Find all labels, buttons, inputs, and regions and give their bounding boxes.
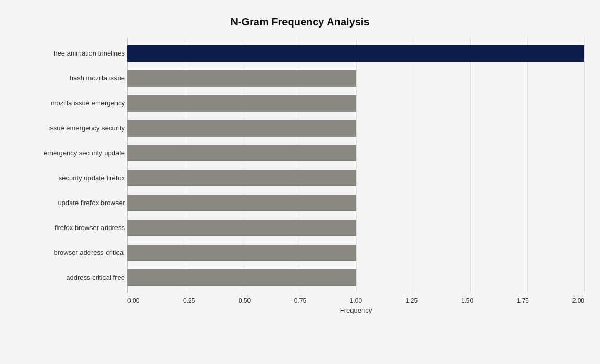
bar-row xyxy=(127,215,584,240)
bar-7 xyxy=(127,220,356,236)
x-tick: 1.75 xyxy=(517,297,529,304)
bar-row xyxy=(127,41,584,66)
grid-line xyxy=(584,38,585,293)
x-tick: 0.50 xyxy=(239,297,251,304)
plot-area xyxy=(127,38,584,293)
y-label: security update firefox xyxy=(59,174,125,182)
bar-4 xyxy=(127,145,356,161)
bar-3 xyxy=(127,120,356,137)
bar-8 xyxy=(127,245,356,261)
x-tick: 1.00 xyxy=(350,297,362,304)
x-tick: 2.00 xyxy=(572,297,584,304)
x-tick: 0.25 xyxy=(183,297,195,304)
bar-row xyxy=(127,166,584,191)
bars-section: free animation timelineshash mozilla iss… xyxy=(16,38,584,293)
bar-0 xyxy=(127,45,584,62)
chart-title: N-Gram Frequency Analysis xyxy=(16,16,584,28)
y-label: mozilla issue emergency xyxy=(51,99,125,107)
y-label: emergency security update xyxy=(44,149,125,157)
y-label: free animation timelines xyxy=(54,49,125,58)
bar-row xyxy=(127,265,584,290)
y-label: firefox browser address xyxy=(55,224,125,232)
bar-row xyxy=(127,240,584,265)
bar-row xyxy=(127,91,584,116)
x-tick: 0.00 xyxy=(127,297,139,304)
x-tick: 0.75 xyxy=(294,297,306,304)
chart-container: N-Gram Frequency Analysis free animation… xyxy=(5,6,595,359)
x-tick: 1.25 xyxy=(406,297,418,304)
y-label: address critical free xyxy=(66,274,125,282)
bar-5 xyxy=(127,170,356,186)
bar-row xyxy=(127,116,584,141)
bar-6 xyxy=(127,195,356,211)
bar-2 xyxy=(127,95,356,112)
chart-area: free animation timelineshash mozilla iss… xyxy=(16,38,584,314)
y-label: update firefox browser xyxy=(58,199,125,207)
y-label: issue emergency security xyxy=(48,124,125,132)
bar-row xyxy=(127,141,584,166)
x-ticks: 0.000.250.500.751.001.251.501.752.00 xyxy=(127,297,584,304)
y-labels: free animation timelineshash mozilla iss… xyxy=(16,38,127,293)
x-tick: 1.50 xyxy=(461,297,473,304)
bar-row xyxy=(127,191,584,215)
y-label: browser address critical xyxy=(54,249,125,257)
x-axis: 0.000.250.500.751.001.251.501.752.00 xyxy=(127,293,584,304)
bar-9 xyxy=(127,269,356,286)
x-axis-label: Frequency xyxy=(127,306,584,314)
bar-1 xyxy=(127,70,356,87)
bar-row xyxy=(127,66,584,91)
y-label: hash mozilla issue xyxy=(70,74,125,83)
